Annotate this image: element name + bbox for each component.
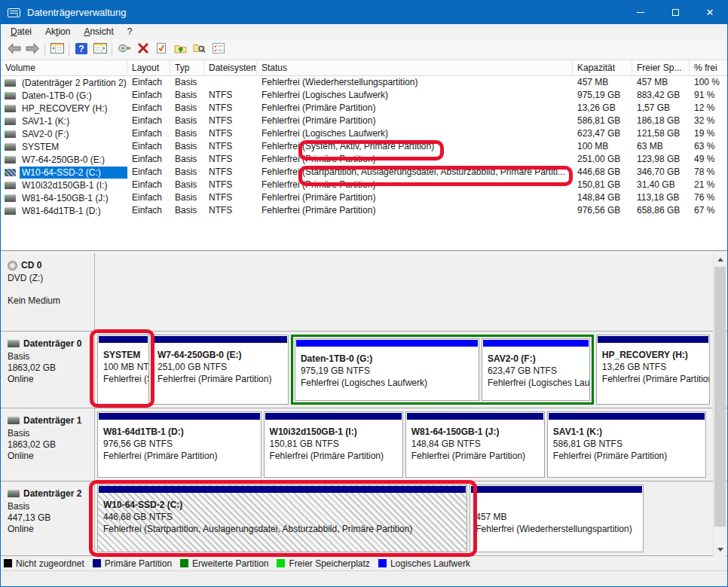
partition-box[interactable]: W10-64-SSD-2 (C:)446,68 GB NTFSFehlerfre… bbox=[97, 485, 467, 552]
layout-cell: Einfach bbox=[127, 153, 170, 166]
disk-label[interactable]: Datenträger 2Basis447,13 GBOnline bbox=[1, 482, 95, 555]
disk-info-line: Online bbox=[8, 524, 90, 535]
partition-box[interactable]: SYSTEM100 MB NTFSFehlerfrei (System, Akt… bbox=[97, 335, 149, 405]
checklist-button[interactable] bbox=[209, 41, 228, 59]
delete-button[interactable] bbox=[133, 41, 152, 59]
logical-partition-bar bbox=[296, 340, 478, 347]
disk-name-text: Datenträger 1 bbox=[23, 415, 81, 426]
menu-item-help[interactable]: ? bbox=[121, 25, 139, 38]
volume-name: SAV2-0 (F:) bbox=[20, 128, 127, 140]
partition-size: 150,81 GB NTFS bbox=[270, 438, 399, 450]
free-space-cell: 63 MB bbox=[632, 140, 690, 153]
table-row[interactable]: W10-64-SSD-2 (C:)EinfachBasisNTFSFehlerf… bbox=[1, 166, 727, 179]
window-controls: ✕ bbox=[623, 1, 727, 24]
check-doc-button[interactable] bbox=[152, 41, 171, 59]
volume-name: W10-64-SSD-2 (C:) bbox=[20, 167, 127, 179]
volume-icon bbox=[5, 194, 16, 202]
capacity-cell: 13,26 GB bbox=[573, 102, 632, 115]
titlebar[interactable]: Datenträgerverwaltung ✕ bbox=[1, 1, 727, 24]
console-tree-button[interactable] bbox=[47, 41, 66, 59]
column-header-status[interactable]: Status bbox=[257, 60, 573, 75]
forward-button[interactable] bbox=[23, 41, 42, 59]
volume-cell: Daten-1TB-0 (G:) bbox=[1, 89, 127, 102]
table-row[interactable]: (Datenträger 2 Partition 2)EinfachBasisF… bbox=[1, 76, 727, 89]
remote-view-button[interactable] bbox=[115, 41, 133, 59]
logical-partition-bar bbox=[483, 340, 589, 347]
menu-item-ansicht[interactable]: Ansicht bbox=[77, 25, 120, 38]
action-pane-button[interactable] bbox=[90, 41, 109, 59]
table-row[interactable]: SAV2-0 (F:)EinfachBasisNTFSFehlerfrei (L… bbox=[1, 127, 727, 140]
cd-drive-icon bbox=[8, 261, 17, 271]
partition-box[interactable]: HP_RECOVERY (H:)13,26 GB NTFSFehlerfrei … bbox=[596, 335, 710, 405]
partition-text: W81-64d1TB-1 (D:)976,56 GB NTFSFehlerfre… bbox=[98, 420, 261, 462]
disk-info-line: Online bbox=[8, 451, 90, 462]
column-header-layout[interactable]: Layout bbox=[127, 60, 170, 75]
volume-cell: W81-64d1TB-1 (D:) bbox=[1, 204, 127, 217]
table-row[interactable]: Daten-1TB-0 (G:)EinfachBasisNTFSFehlerfr… bbox=[1, 89, 727, 102]
window-title: Datenträgerverwaltung bbox=[27, 7, 623, 18]
vertical-scrollbar[interactable] bbox=[713, 253, 726, 556]
partition-box[interactable]: W7-64-250GB-0 (E:)251,00 GB NTFSFehlerfr… bbox=[151, 335, 289, 405]
partition-label: SYSTEM bbox=[103, 349, 145, 361]
column-header-kapazit-t[interactable]: Kapazität bbox=[573, 60, 632, 75]
partition-box[interactable]: W10i32d150GB-1 (I:)150,81 GB NTFSFehlerf… bbox=[264, 411, 403, 478]
partition-box[interactable]: SAV1-1 (K:)586,81 GB NTFSFehlerfrei (Pri… bbox=[547, 411, 706, 478]
volume-list-header: VolumeLayoutTypDateisystemStatusKapazitä… bbox=[1, 60, 727, 76]
volume-icon bbox=[5, 182, 16, 189]
close-button[interactable]: ✕ bbox=[693, 1, 727, 24]
folder-search-button[interactable] bbox=[190, 41, 209, 59]
layout-cell: Einfach bbox=[127, 140, 170, 153]
folder-up-button[interactable] bbox=[171, 41, 190, 59]
scroll-up-arrow-icon[interactable] bbox=[714, 253, 726, 266]
capacity-cell: 150,81 GB bbox=[573, 179, 632, 191]
table-row[interactable]: W81-64d1TB-1 (D:)EinfachBasisNTFSFehlerf… bbox=[1, 204, 727, 217]
table-row[interactable]: HP_RECOVERY (H:)EinfachBasisNTFSFehlerfr… bbox=[1, 102, 727, 115]
filesystem-cell: NTFS bbox=[204, 127, 257, 140]
table-row[interactable]: W7-64-250GB-0 (E:)EinfachBasisNTFSFehler… bbox=[1, 153, 727, 166]
partition-size: 100 MB NTFS bbox=[103, 361, 145, 373]
column-header-dateisystem[interactable]: Dateisystem bbox=[204, 60, 257, 75]
scroll-down-arrow-icon[interactable] bbox=[714, 543, 726, 556]
volume-cell: (Datenträger 2 Partition 2) bbox=[1, 76, 127, 89]
column-header--frei[interactable]: % frei bbox=[690, 60, 728, 75]
partition-box[interactable]: W81-64d1TB-1 (D:)976,56 GB NTFSFehlerfre… bbox=[97, 411, 262, 478]
column-header-typ[interactable]: Typ bbox=[170, 60, 204, 75]
disk-icon bbox=[8, 417, 20, 424]
partition-box[interactable]: W81-64-150GB-1 (J:)148,84 GB NTFSFehlerf… bbox=[405, 411, 545, 478]
partition-box[interactable]: Daten-1TB-0 (G:)975,19 GB NTFSFehlerfrei… bbox=[295, 338, 479, 401]
partition-label bbox=[476, 499, 640, 511]
table-row[interactable]: W10i32d150GB-1 (I:)EinfachBasisNTFSFehle… bbox=[1, 179, 727, 191]
partition-box[interactable]: SAV2-0 (F:)623,47 GB NTFSFehlerfrei (Log… bbox=[482, 338, 590, 401]
volume-name: SYSTEM bbox=[20, 141, 127, 153]
maximize-button[interactable] bbox=[658, 1, 693, 24]
disk-label[interactable]: CD 0DVD (Z:)Kein Medium bbox=[1, 253, 95, 331]
table-row[interactable]: W81-64-150GB-1 (J:)EinfachBasisNTFSFehle… bbox=[1, 191, 727, 204]
capacity-cell: 975,19 GB bbox=[573, 89, 632, 102]
disk-info-line: Basis bbox=[8, 501, 90, 512]
partition-box[interactable]: 457 MBFehlerfrei (Wiederherstellungspart… bbox=[470, 485, 644, 552]
type-cell: Basis bbox=[170, 127, 204, 140]
menu-item-datei[interactable]: Datei bbox=[4, 25, 38, 38]
remote-view-icon bbox=[118, 44, 131, 55]
filesystem-cell: NTFS bbox=[204, 204, 257, 217]
disk-label[interactable]: Datenträger 0Basis1863,02 GBOnline bbox=[1, 332, 95, 408]
volume-cell: W7-64-250GB-0 (E:) bbox=[1, 153, 127, 166]
table-row[interactable]: SAV1-1 (K:)EinfachBasisNTFSFehlerfrei (P… bbox=[1, 115, 727, 127]
help-button[interactable]: ? bbox=[72, 41, 90, 59]
disk-name-text: Datenträger 0 bbox=[23, 338, 81, 349]
extended-partition[interactable]: Daten-1TB-0 (G:)975,19 GB NTFSFehlerfrei… bbox=[291, 335, 594, 405]
menu-item-aktion[interactable]: Aktion bbox=[38, 25, 77, 38]
partition-label: W81-64-150GB-1 (J:) bbox=[411, 426, 541, 438]
disk-label[interactable]: Datenträger 1Basis1863,02 GBOnline bbox=[1, 408, 95, 481]
partition-status: Fehlerfrei (Primäre Partition) bbox=[602, 373, 706, 385]
free-space-cell: 1,57 GB bbox=[632, 102, 690, 115]
percent-free-cell: 63 % bbox=[690, 140, 728, 153]
status-cell: Fehlerfrei (Primäre Partition) bbox=[257, 204, 573, 217]
back-button[interactable] bbox=[5, 41, 23, 59]
minimize-button[interactable] bbox=[623, 1, 658, 24]
scroll-thumb[interactable] bbox=[714, 267, 726, 527]
column-header-volume[interactable]: Volume bbox=[1, 60, 127, 75]
table-row[interactable]: SYSTEMEinfachBasisNTFSFehlerfrei (System… bbox=[1, 140, 727, 153]
filesystem-cell: NTFS bbox=[204, 153, 257, 166]
column-header-freier-sp-[interactable]: Freier Sp... bbox=[632, 60, 690, 75]
